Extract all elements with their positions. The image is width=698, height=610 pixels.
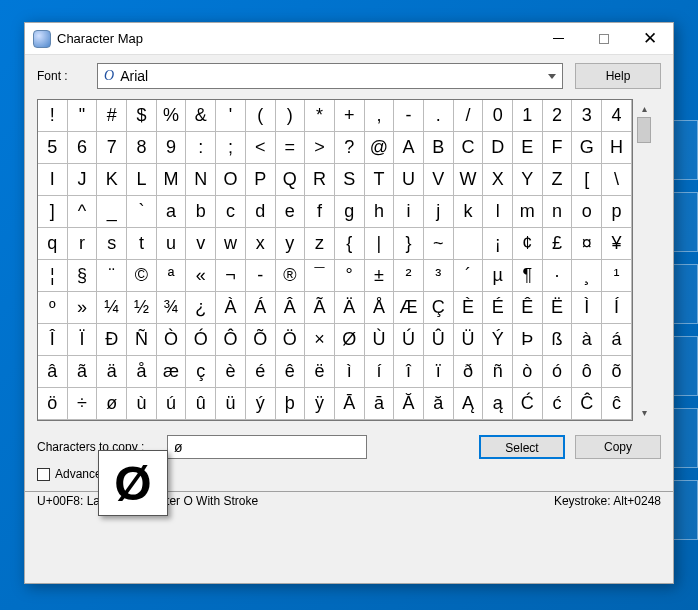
char-cell[interactable]: Û (424, 324, 454, 356)
char-cell[interactable]: % (157, 100, 187, 132)
char-cell[interactable]: x (246, 228, 276, 260)
char-cell[interactable]: Ø (335, 324, 365, 356)
maximize-button[interactable] (581, 23, 627, 55)
char-cell[interactable]: £ (543, 228, 573, 260)
char-cell[interactable]: ÷ (68, 388, 98, 420)
char-cell[interactable]: ą (483, 388, 513, 420)
char-cell[interactable]: d (246, 196, 276, 228)
char-cell[interactable]: = (276, 132, 306, 164)
char-cell[interactable]: ¡ (483, 228, 513, 260)
char-cell[interactable]: E (513, 132, 543, 164)
char-cell[interactable]: ñ (483, 356, 513, 388)
char-cell[interactable]: ¯ (305, 260, 335, 292)
char-cell[interactable]: H (602, 132, 632, 164)
char-cell[interactable]: + (335, 100, 365, 132)
char-cell[interactable]: Ã (305, 292, 335, 324)
char-cell[interactable]: ; (216, 132, 246, 164)
char-cell[interactable]: û (186, 388, 216, 420)
char-cell[interactable]: 3 (572, 100, 602, 132)
char-cell[interactable]: - (394, 100, 424, 132)
char-cell[interactable]: · (543, 260, 573, 292)
char-cell[interactable]: » (68, 292, 98, 324)
char-cell[interactable]: & (186, 100, 216, 132)
char-cell[interactable]: F (543, 132, 573, 164)
select-button[interactable]: Select (479, 435, 565, 459)
char-cell[interactable]: I (38, 164, 68, 196)
char-cell[interactable]: h (365, 196, 395, 228)
char-cell[interactable]: 8 (127, 132, 157, 164)
char-cell[interactable]: ½ (127, 292, 157, 324)
char-cell[interactable]: Î (38, 324, 68, 356)
char-cell[interactable]: 0 (483, 100, 513, 132)
char-cell[interactable]: a (157, 196, 187, 228)
char-cell[interactable]: Ð (97, 324, 127, 356)
char-cell[interactable]: ' (216, 100, 246, 132)
char-cell[interactable]: ă (424, 388, 454, 420)
char-cell[interactable]: * (305, 100, 335, 132)
char-cell[interactable]: Ç (424, 292, 454, 324)
char-cell[interactable]: ï (424, 356, 454, 388)
char-cell[interactable]: É (483, 292, 513, 324)
char-cell[interactable]: T (365, 164, 395, 196)
char-cell[interactable]: ā (365, 388, 395, 420)
copy-button[interactable]: Copy (575, 435, 661, 459)
char-cell[interactable]: á (602, 324, 632, 356)
scroll-up-icon[interactable]: ▴ (635, 99, 653, 117)
char-cell[interactable]: B (424, 132, 454, 164)
char-cell[interactable]: n (543, 196, 573, 228)
char-cell[interactable]: P (246, 164, 276, 196)
char-cell[interactable]: ç (186, 356, 216, 388)
char-cell[interactable]: ¹ (602, 260, 632, 292)
char-cell[interactable]: ć (543, 388, 573, 420)
char-cell[interactable]: ] (38, 196, 68, 228)
char-cell[interactable]: ù (127, 388, 157, 420)
char-cell[interactable]: $ (127, 100, 157, 132)
char-cell[interactable]: K (97, 164, 127, 196)
char-cell[interactable]: ¾ (157, 292, 187, 324)
char-cell[interactable]: l (483, 196, 513, 228)
char-cell[interactable]: c (216, 196, 246, 228)
char-cell[interactable]: ` (127, 196, 157, 228)
char-cell[interactable]: \ (602, 164, 632, 196)
char-cell[interactable]: 2 (543, 100, 573, 132)
character-magnifier[interactable]: Ø (98, 450, 168, 516)
char-cell[interactable]: ý (246, 388, 276, 420)
char-cell[interactable]: v (186, 228, 216, 260)
char-cell[interactable]: Ā (335, 388, 365, 420)
char-cell[interactable]: Ñ (127, 324, 157, 356)
char-cell[interactable]: Ê (513, 292, 543, 324)
char-cell[interactable]: ¥ (602, 228, 632, 260)
char-cell[interactable]: t (127, 228, 157, 260)
char-cell[interactable]: S (335, 164, 365, 196)
char-cell[interactable]: k (454, 196, 484, 228)
char-cell[interactable]: ð (454, 356, 484, 388)
char-cell[interactable]: z (305, 228, 335, 260)
char-cell[interactable]: ¦ (38, 260, 68, 292)
char-cell[interactable]: ¶ (513, 260, 543, 292)
char-cell[interactable]: : (186, 132, 216, 164)
char-cell[interactable]: r (68, 228, 98, 260)
char-cell[interactable]: j (424, 196, 454, 228)
char-cell[interactable]: g (335, 196, 365, 228)
char-cell[interactable]: ¬ (216, 260, 246, 292)
char-cell[interactable]: ô (572, 356, 602, 388)
char-cell[interactable]: ® (276, 260, 306, 292)
char-cell[interactable]: â (38, 356, 68, 388)
char-cell[interactable]: ( (246, 100, 276, 132)
scroll-down-icon[interactable]: ▾ (635, 403, 653, 421)
char-cell[interactable]: × (305, 324, 335, 356)
char-cell[interactable] (454, 228, 484, 260)
char-cell[interactable]: @ (365, 132, 395, 164)
char-cell[interactable]: è (216, 356, 246, 388)
char-cell[interactable]: / (454, 100, 484, 132)
char-cell[interactable]: # (97, 100, 127, 132)
char-cell[interactable]: 1 (513, 100, 543, 132)
char-cell[interactable]: À (216, 292, 246, 324)
char-cell[interactable]: Õ (246, 324, 276, 356)
char-cell[interactable]: m (513, 196, 543, 228)
char-cell[interactable]: M (157, 164, 187, 196)
char-cell[interactable]: ¿ (186, 292, 216, 324)
char-cell[interactable]: G (572, 132, 602, 164)
char-cell[interactable]: W (454, 164, 484, 196)
char-cell[interactable]: ´ (454, 260, 484, 292)
